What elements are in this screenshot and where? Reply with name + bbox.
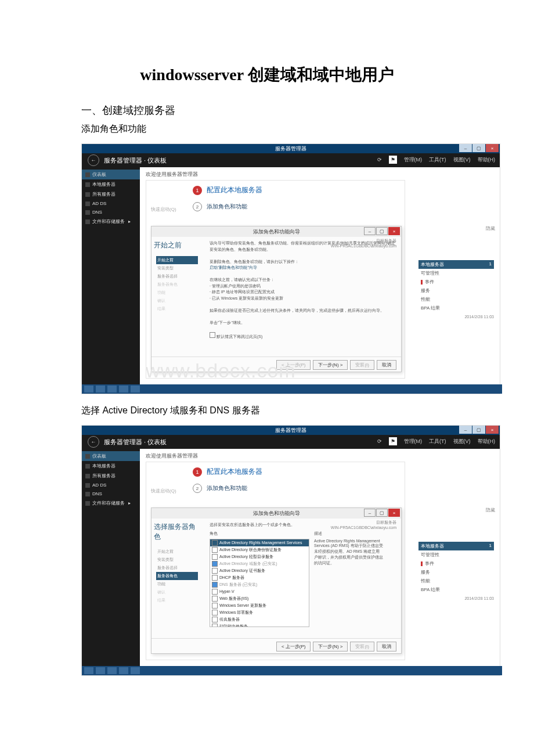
configure-link[interactable]: 配置此本地服务器 <box>207 467 262 477</box>
hide-link[interactable]: 隐藏 <box>486 507 495 513</box>
close-button[interactable]: × <box>486 144 499 152</box>
wiz-step-features[interactable]: 功能 <box>156 580 198 588</box>
sidebar-all[interactable]: 所有服务器 <box>82 471 140 481</box>
role-adcs[interactable]: Active Directory 证书服务 <box>210 567 309 574</box>
wizard-dialog: 添加角色和功能向导 – ▢ × 开始之前 开始之前 <box>151 226 402 372</box>
role-wsus[interactable]: Windows Server 更新服务 <box>210 602 309 609</box>
add-roles-link[interactable]: 添加角色和功能 <box>207 484 247 492</box>
menu-manage[interactable]: 管理(M) <box>404 438 423 445</box>
breadcrumb: 服务器管理器 · 仪表板 <box>104 438 167 447</box>
role-hyperv[interactable]: Hyper-V <box>210 588 309 595</box>
taskbar <box>82 666 502 675</box>
next-button[interactable]: 下一步(N) > <box>313 642 348 651</box>
minimize-button[interactable]: – <box>459 144 472 152</box>
subtext-1: 添加角色和功能 <box>81 123 522 135</box>
task-icon[interactable] <box>107 667 117 674</box>
role-adrms[interactable]: Active Directory Rights Management Servi… <box>210 539 309 546</box>
cancel-button[interactable]: 取消 <box>377 642 396 651</box>
refresh-icon[interactable]: ⟳ <box>377 438 382 444</box>
menu-manage[interactable]: 管理(M) <box>404 156 423 164</box>
wiz-step-roles[interactable]: 服务器角色 <box>156 572 198 580</box>
flag-icon[interactable]: ⚑ <box>389 156 397 164</box>
sidebar-dns[interactable]: DNS <box>82 208 140 217</box>
wizard-text: 该向导可帮助你安装角色、角色服务或功能。你需要根据组织的计算要求(例如共享文档或… <box>210 240 396 340</box>
menu-tools[interactable]: 工具(T) <box>429 156 446 164</box>
menu-help[interactable]: 帮助(H) <box>478 438 496 445</box>
row-bpa: BPA 结果 <box>418 304 494 312</box>
refresh-icon[interactable]: ⟳ <box>377 157 382 163</box>
wiz-step-before[interactable]: 开始之前 <box>156 548 198 556</box>
adds-icon <box>85 201 90 206</box>
role-fax[interactable]: 传真服务器 <box>210 616 309 623</box>
task-icon[interactable] <box>96 386 105 393</box>
configure-link[interactable]: 配置此本地服务器 <box>207 185 262 195</box>
role-dhcp[interactable]: DHCP 服务器 <box>210 574 309 581</box>
servers-icon <box>85 192 90 197</box>
sidebar-local[interactable]: 本地服务器 <box>82 461 140 471</box>
sidebar-adds[interactable]: AD DS <box>82 199 140 208</box>
task-icon[interactable] <box>119 667 128 674</box>
window-titlebar: 服务器管理器 – ▢ × <box>82 426 500 435</box>
task-icon[interactable] <box>107 386 117 393</box>
wizard-min[interactable]: – <box>364 509 376 517</box>
role-adds[interactable]: Active Directory 域服务 (已安装) <box>210 560 309 567</box>
flag-icon[interactable]: ⚑ <box>389 437 397 445</box>
taskbar <box>82 384 502 394</box>
add-roles-link[interactable]: 添加角色和功能 <box>207 203 247 211</box>
prev-button[interactable]: < 上一步(P) <box>276 642 311 651</box>
menu-view[interactable]: 视图(V) <box>453 156 471 164</box>
role-desc: Active Directory Rights Management Servi… <box>314 539 384 566</box>
sm-header: ← 服务器管理器 · 仪表板 ⟳ ⚑ 管理(M) 工具(T) 视图(V) 帮助(… <box>82 435 500 449</box>
sidebar-dns[interactable]: DNS <box>82 489 140 498</box>
wiz-step-select[interactable]: 服务器选择 <box>156 564 198 572</box>
sidebar-adds[interactable]: AD DS <box>82 481 140 489</box>
menu-help[interactable]: 帮助(H) <box>478 156 496 164</box>
minimize-button[interactable]: – <box>459 426 472 434</box>
wiz-step-select[interactable]: 服务器选择 <box>156 272 198 280</box>
sidebar-file[interactable]: 文件和存储服务 ▸ <box>82 217 140 226</box>
task-icon[interactable] <box>131 386 140 393</box>
role-adfs[interactable]: Active Directory 联合身份验证服务 <box>210 546 309 553</box>
close-button[interactable]: × <box>486 426 499 434</box>
role-adlds[interactable]: Active Directory 轻型目录服务 <box>210 553 309 560</box>
role-dns[interactable]: DNS 服务器 (已安装) <box>210 581 309 588</box>
sidebar-all[interactable]: 所有服务器 <box>82 189 140 199</box>
wizard-close[interactable]: × <box>388 509 400 517</box>
task-icon[interactable] <box>84 386 93 393</box>
wiz-step-result: 结果 <box>156 596 198 604</box>
role-iis[interactable]: Web 服务器(IIS) <box>210 595 309 602</box>
step-1-badge: 1 <box>193 467 202 477</box>
menu-tools[interactable]: 工具(T) <box>429 438 446 445</box>
sidebar-local[interactable]: 本地服务器 <box>82 179 140 189</box>
wizard-min[interactable]: – <box>364 227 376 235</box>
role-list[interactable]: Active Directory Rights Management Servi… <box>210 539 309 627</box>
sidebar-dashboard[interactable]: 仪表板 <box>82 451 140 461</box>
maximize-button[interactable]: ▢ <box>472 144 485 152</box>
task-icon[interactable] <box>84 667 93 674</box>
wizard-target: 目标服务器WIN-PR5AC1GBDBC\ahxiaoyu.com <box>331 520 396 530</box>
sidebar-file[interactable]: 文件和存储服务 ▸ <box>82 498 140 508</box>
subtext-2: 选择 Active Directory 域服务和 DNS 服务器 <box>81 405 522 417</box>
next-button[interactable]: 下一步(N) > <box>313 360 348 370</box>
wiz-step-before[interactable]: 开始之前 <box>156 256 198 264</box>
back-button[interactable]: ← <box>88 436 99 448</box>
wiz-step-type[interactable]: 安装类型 <box>156 264 198 272</box>
sidebar-dashboard[interactable]: 仪表板 <box>82 170 140 179</box>
role-print[interactable]: 打印和文件服务 <box>210 623 309 627</box>
task-icon[interactable] <box>119 386 128 393</box>
wizard-max[interactable]: ▢ <box>376 227 388 235</box>
desc-label: 描述 <box>314 531 384 537</box>
back-button[interactable]: ← <box>88 154 99 166</box>
wiz-step-type[interactable]: 安装类型 <box>156 556 198 564</box>
cancel-button[interactable]: 取消 <box>377 360 396 370</box>
maximize-button[interactable]: ▢ <box>472 426 485 434</box>
wizard-max[interactable]: ▢ <box>376 509 388 517</box>
menu-view[interactable]: 视图(V) <box>453 438 471 445</box>
task-icon[interactable] <box>96 667 105 674</box>
wizard-close[interactable]: × <box>388 227 400 235</box>
hide-link[interactable]: 隐藏 <box>486 225 495 232</box>
skip-checkbox[interactable] <box>210 332 215 338</box>
role-wds[interactable]: Windows 部署服务 <box>210 609 309 616</box>
dns-icon <box>85 210 90 215</box>
task-icon[interactable] <box>131 667 140 674</box>
